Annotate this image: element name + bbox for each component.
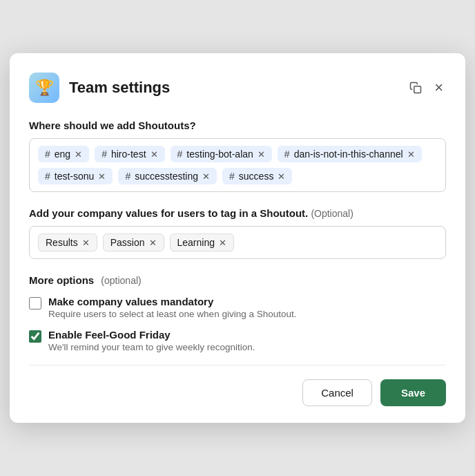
channel-tag-test-sonu: #test-sonu✕	[38, 168, 113, 184]
value-tag-results: Results✕	[38, 234, 97, 251]
shoutouts-section: Where should we add Shoutouts? #eng✕ #hi…	[29, 120, 446, 192]
feelgood-checkbox-wrapper[interactable]	[29, 330, 41, 343]
values-container[interactable]: Results✕ Passion✕ Learning✕	[29, 226, 446, 259]
team-settings-dialog: 🏆 Team settings × Where should we add Sh…	[10, 53, 465, 423]
save-button[interactable]: Save	[380, 379, 446, 406]
dialog-header: 🏆 Team settings ×	[29, 73, 446, 103]
dialog-footer: Cancel Save	[29, 365, 446, 406]
mandatory-checkbox-wrapper[interactable]	[29, 297, 41, 310]
cancel-button[interactable]: Cancel	[302, 379, 372, 406]
channel-tag-eng: #eng✕	[38, 146, 89, 162]
channels-container[interactable]: #eng✕ #hiro-test✕ #testing-bot-alan✕ #da…	[29, 138, 446, 192]
remove-success[interactable]: ✕	[278, 172, 285, 181]
feelgood-option-desc: We'll remind your team to give weekly re…	[48, 342, 255, 352]
remove-passion[interactable]: ✕	[149, 238, 157, 247]
option-row-feelgood: Enable Feel-Good Friday We'll remind you…	[29, 329, 446, 352]
more-options-section: More options (optional) Make company val…	[29, 274, 446, 352]
feelgood-option-title: Enable Feel-Good Friday	[48, 329, 255, 341]
remove-successtesting[interactable]: ✕	[202, 172, 210, 181]
channel-tag-success: #success✕	[222, 168, 292, 184]
feelgood-checkbox[interactable]	[29, 330, 41, 343]
value-tag-learning: Learning✕	[170, 234, 235, 251]
remove-learning[interactable]: ✕	[219, 238, 226, 247]
channel-tag-successtesting: #successtesting✕	[118, 168, 217, 184]
channel-tag-hiro-test: #hiro-test✕	[95, 146, 164, 162]
option-row-mandatory: Make company values mandatory Require us…	[29, 296, 446, 319]
header-actions: ×	[407, 76, 446, 99]
trophy-icon: 🏆	[29, 73, 59, 103]
channel-tag-testing-bot-alan: #testing-bot-alan✕	[171, 146, 272, 162]
shoutouts-label: Where should we add Shoutouts?	[29, 120, 446, 131]
mandatory-option-title: Make company values mandatory	[48, 296, 296, 307]
values-label: Add your company values for users to tag…	[29, 207, 446, 219]
dialog-title: Team settings	[69, 79, 170, 97]
remove-test-sonu[interactable]: ✕	[98, 172, 106, 181]
values-section: Add your company values for users to tag…	[29, 207, 446, 259]
remove-eng[interactable]: ✕	[75, 150, 82, 159]
more-options-title: More options (optional)	[29, 274, 446, 286]
mandatory-checkbox[interactable]	[29, 297, 41, 310]
close-button[interactable]: ×	[432, 76, 446, 99]
copy-button[interactable]	[407, 79, 425, 97]
value-tag-passion: Passion✕	[103, 234, 164, 251]
remove-hiro-test[interactable]: ✕	[151, 150, 158, 159]
svg-rect-0	[414, 86, 421, 93]
remove-testing-bot-alan[interactable]: ✕	[258, 150, 265, 159]
mandatory-option-desc: Require users to select at least one whe…	[48, 309, 296, 319]
channel-tag-dan: #dan-is-not-in-this-channel✕	[278, 146, 422, 162]
remove-results[interactable]: ✕	[82, 238, 90, 247]
remove-dan[interactable]: ✕	[407, 150, 415, 159]
